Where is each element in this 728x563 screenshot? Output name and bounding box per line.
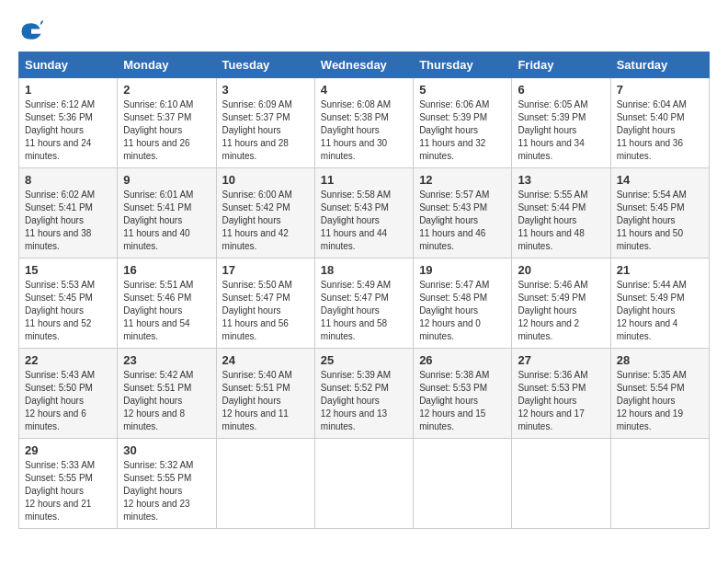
calendar-cell: 25 Sunrise: 5:39 AM Sunset: 5:52 PM Dayl…: [314, 349, 413, 439]
day-info: Sunrise: 5:39 AM Sunset: 5:52 PM Dayligh…: [321, 369, 407, 433]
calendar-week-row: 22 Sunrise: 5:43 AM Sunset: 5:50 PM Dayl…: [19, 349, 710, 439]
day-info: Sunrise: 6:06 AM Sunset: 5:39 PM Dayligh…: [419, 98, 506, 163]
calendar-cell: 30 Sunrise: 5:32 AM Sunset: 5:55 PM Dayl…: [118, 439, 216, 529]
day-info: Sunrise: 6:02 AM Sunset: 5:41 PM Dayligh…: [25, 189, 111, 253]
day-info: Sunrise: 6:04 AM Sunset: 5:40 PM Dayligh…: [617, 98, 703, 163]
calendar-cell: 18 Sunrise: 5:49 AM Sunset: 5:47 PM Dayl…: [314, 259, 413, 349]
calendar-cell: [414, 439, 512, 529]
day-number: 10: [222, 173, 309, 187]
day-info: Sunrise: 6:08 AM Sunset: 5:38 PM Dayligh…: [321, 98, 407, 163]
calendar-week-row: 8 Sunrise: 6:02 AM Sunset: 5:41 PM Dayli…: [19, 168, 710, 259]
day-number: 5: [419, 83, 506, 97]
day-info: Sunrise: 6:01 AM Sunset: 5:41 PM Dayligh…: [123, 189, 210, 253]
calendar-cell: 19 Sunrise: 5:47 AM Sunset: 5:48 PM Dayl…: [414, 259, 512, 349]
column-header-saturday: Saturday: [610, 52, 709, 78]
day-number: 8: [25, 173, 111, 187]
calendar-cell: 21 Sunrise: 5:44 AM Sunset: 5:49 PM Dayl…: [610, 259, 709, 349]
day-number: 19: [419, 263, 506, 277]
day-number: 9: [123, 173, 210, 187]
day-number: 2: [123, 83, 210, 97]
calendar-cell: [314, 439, 413, 529]
day-number: 21: [617, 263, 703, 277]
day-info: Sunrise: 6:09 AM Sunset: 5:37 PM Dayligh…: [222, 98, 309, 163]
calendar-cell: [216, 439, 314, 529]
day-info: Sunrise: 6:12 AM Sunset: 5:36 PM Dayligh…: [25, 98, 111, 163]
calendar-cell: 4 Sunrise: 6:08 AM Sunset: 5:38 PM Dayli…: [314, 78, 413, 168]
day-number: 25: [321, 353, 407, 367]
calendar-cell: 24 Sunrise: 5:40 AM Sunset: 5:51 PM Dayl…: [216, 349, 314, 439]
calendar-cell: 26 Sunrise: 5:38 AM Sunset: 5:53 PM Dayl…: [414, 349, 512, 439]
day-info: Sunrise: 5:42 AM Sunset: 5:51 PM Dayligh…: [123, 369, 210, 433]
day-number: 23: [123, 353, 210, 367]
column-header-friday: Friday: [512, 52, 610, 78]
day-info: Sunrise: 6:10 AM Sunset: 5:37 PM Dayligh…: [123, 98, 210, 163]
day-info: Sunrise: 5:50 AM Sunset: 5:47 PM Dayligh…: [222, 279, 309, 343]
day-info: Sunrise: 5:58 AM Sunset: 5:43 PM Dayligh…: [321, 189, 407, 253]
day-number: 26: [419, 353, 506, 367]
day-info: Sunrise: 5:35 AM Sunset: 5:54 PM Dayligh…: [617, 369, 703, 433]
calendar-cell: 23 Sunrise: 5:42 AM Sunset: 5:51 PM Dayl…: [118, 349, 216, 439]
calendar-cell: 27 Sunrise: 5:36 AM Sunset: 5:53 PM Dayl…: [512, 349, 610, 439]
column-header-wednesday: Wednesday: [314, 52, 413, 78]
calendar-cell: 11 Sunrise: 5:58 AM Sunset: 5:43 PM Dayl…: [314, 168, 413, 259]
day-info: Sunrise: 5:53 AM Sunset: 5:45 PM Dayligh…: [25, 279, 111, 343]
day-number: 4: [321, 83, 407, 97]
day-info: Sunrise: 5:51 AM Sunset: 5:46 PM Dayligh…: [123, 279, 210, 343]
calendar-cell: 14 Sunrise: 5:54 AM Sunset: 5:45 PM Dayl…: [610, 168, 709, 259]
day-number: 14: [617, 173, 703, 187]
calendar-cell: 7 Sunrise: 6:04 AM Sunset: 5:40 PM Dayli…: [610, 78, 709, 168]
day-number: 12: [419, 173, 506, 187]
day-info: Sunrise: 5:54 AM Sunset: 5:45 PM Dayligh…: [617, 189, 703, 253]
day-info: Sunrise: 5:49 AM Sunset: 5:47 PM Dayligh…: [321, 279, 407, 343]
day-number: 29: [25, 443, 111, 457]
logo: [18, 18, 48, 44]
day-number: 22: [25, 353, 111, 367]
day-info: Sunrise: 5:40 AM Sunset: 5:51 PM Dayligh…: [222, 369, 309, 433]
header: [18, 18, 710, 44]
day-number: 30: [123, 443, 210, 457]
day-number: 15: [25, 263, 111, 277]
calendar-cell: 16 Sunrise: 5:51 AM Sunset: 5:46 PM Dayl…: [118, 259, 216, 349]
calendar-table: SundayMondayTuesdayWednesdayThursdayFrid…: [18, 52, 710, 529]
day-number: 24: [222, 353, 309, 367]
day-info: Sunrise: 5:55 AM Sunset: 5:44 PM Dayligh…: [518, 189, 604, 253]
day-number: 11: [321, 173, 407, 187]
day-number: 16: [123, 263, 210, 277]
day-info: Sunrise: 5:47 AM Sunset: 5:48 PM Dayligh…: [419, 279, 506, 343]
day-info: Sunrise: 5:43 AM Sunset: 5:50 PM Dayligh…: [25, 369, 111, 433]
day-number: 6: [518, 83, 604, 97]
calendar-week-row: 15 Sunrise: 5:53 AM Sunset: 5:45 PM Dayl…: [19, 259, 710, 349]
calendar-week-row: 1 Sunrise: 6:12 AM Sunset: 5:36 PM Dayli…: [19, 78, 710, 168]
calendar-cell: 3 Sunrise: 6:09 AM Sunset: 5:37 PM Dayli…: [216, 78, 314, 168]
calendar-cell: 5 Sunrise: 6:06 AM Sunset: 5:39 PM Dayli…: [414, 78, 512, 168]
day-info: Sunrise: 5:57 AM Sunset: 5:43 PM Dayligh…: [419, 189, 506, 253]
day-info: Sunrise: 6:00 AM Sunset: 5:42 PM Dayligh…: [222, 189, 309, 253]
day-number: 27: [518, 353, 604, 367]
calendar-cell: 22 Sunrise: 5:43 AM Sunset: 5:50 PM Dayl…: [19, 349, 118, 439]
calendar-cell: 10 Sunrise: 6:00 AM Sunset: 5:42 PM Dayl…: [216, 168, 314, 259]
day-info: Sunrise: 5:44 AM Sunset: 5:49 PM Dayligh…: [617, 279, 703, 343]
calendar-cell: 2 Sunrise: 6:10 AM Sunset: 5:37 PM Dayli…: [118, 78, 216, 168]
day-info: Sunrise: 5:33 AM Sunset: 5:55 PM Dayligh…: [25, 459, 111, 523]
column-header-sunday: Sunday: [19, 52, 118, 78]
calendar-cell: 17 Sunrise: 5:50 AM Sunset: 5:47 PM Dayl…: [216, 259, 314, 349]
calendar-cell: 1 Sunrise: 6:12 AM Sunset: 5:36 PM Dayli…: [19, 78, 118, 168]
day-number: 7: [617, 83, 703, 97]
column-header-tuesday: Tuesday: [216, 52, 314, 78]
calendar-cell: 12 Sunrise: 5:57 AM Sunset: 5:43 PM Dayl…: [414, 168, 512, 259]
calendar-cell: 6 Sunrise: 6:05 AM Sunset: 5:39 PM Dayli…: [512, 78, 610, 168]
day-info: Sunrise: 5:38 AM Sunset: 5:53 PM Dayligh…: [419, 369, 506, 433]
calendar-cell: 20 Sunrise: 5:46 AM Sunset: 5:49 PM Dayl…: [512, 259, 610, 349]
calendar-cell: 29 Sunrise: 5:33 AM Sunset: 5:55 PM Dayl…: [19, 439, 118, 529]
calendar-cell: 13 Sunrise: 5:55 AM Sunset: 5:44 PM Dayl…: [512, 168, 610, 259]
day-info: Sunrise: 5:46 AM Sunset: 5:49 PM Dayligh…: [518, 279, 604, 343]
calendar-cell: [610, 439, 709, 529]
calendar-cell: [512, 439, 610, 529]
day-info: Sunrise: 5:32 AM Sunset: 5:55 PM Dayligh…: [123, 459, 210, 523]
column-header-thursday: Thursday: [414, 52, 512, 78]
day-info: Sunrise: 5:36 AM Sunset: 5:53 PM Dayligh…: [518, 369, 604, 433]
calendar-cell: 8 Sunrise: 6:02 AM Sunset: 5:41 PM Dayli…: [19, 168, 118, 259]
day-number: 20: [518, 263, 604, 277]
calendar-cell: 15 Sunrise: 5:53 AM Sunset: 5:45 PM Dayl…: [19, 259, 118, 349]
column-header-monday: Monday: [118, 52, 216, 78]
